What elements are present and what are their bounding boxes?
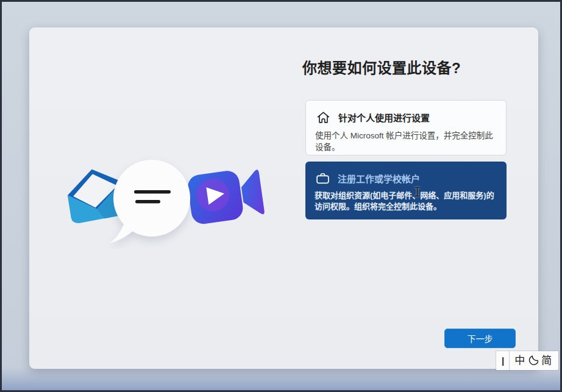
ime-caret: | [502, 355, 504, 366]
setup-options: 针对个人使用进行设置 使用个人 Microsoft 帐户进行设置，并完全控制此设… [305, 100, 507, 219]
option-card-personal-use[interactable]: 针对个人使用进行设置 使用个人 Microsoft 帐户进行设置，并完全控制此设… [305, 100, 507, 155]
desktop: 你想要如何设置此设备? 针对个人使用进行设置 使用个人 Microsoft 帐户… [0, 0, 562, 392]
video-camera-icon [187, 166, 265, 226]
next-button[interactable]: 下一步 [444, 329, 516, 348]
chat-bubble-icon [108, 160, 190, 243]
briefcase-icon [315, 170, 330, 186]
home-icon [315, 109, 331, 125]
page-title: 你想要如何设置此设备? [302, 56, 461, 77]
ime-mode-chinese[interactable]: 中 [514, 355, 525, 366]
taskbar [2, 368, 560, 390]
option-description: 使用个人 Microsoft 帐户进行设置，并完全控制此设备。 [315, 130, 496, 153]
setup-window: 你想要如何设置此设备? 针对个人使用进行设置 使用个人 Microsoft 帐户… [29, 27, 538, 369]
moon-icon[interactable] [528, 355, 538, 366]
ime-charset-simplified[interactable]: 简 [541, 355, 552, 366]
ibeam-cursor [414, 187, 421, 197]
ime-divider [509, 351, 510, 370]
option-title: 注册工作或学校帐户 [338, 172, 420, 185]
option-title: 针对个人使用进行设置 [338, 111, 430, 124]
ime-language-bar: | 中 简 [496, 351, 558, 370]
option-card-work-school[interactable]: 注册工作或学校帐户 获取对组织资源(如电子邮件、网络、应用和服务)的访问权限。组… [305, 162, 507, 219]
option-description: 获取对组织资源(如电子邮件、网络、应用和服务)的访问权限。组织将完全控制此设备。 [315, 190, 497, 212]
communication-illustration [57, 154, 267, 249]
